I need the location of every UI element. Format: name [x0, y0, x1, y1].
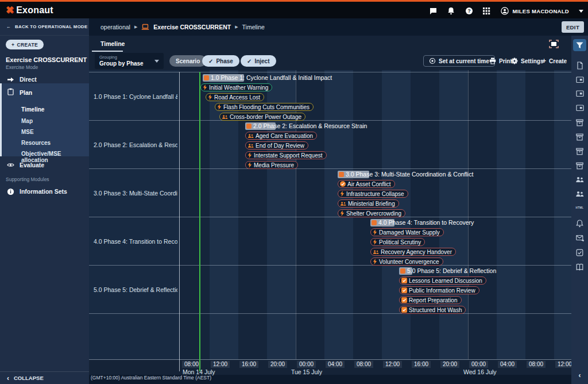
- inject-pill[interactable]: Structured Hot Wash: [399, 306, 466, 314]
- people-gray-icon[interactable]: [571, 187, 588, 200]
- inject-pill[interactable]: Aged Care Evacuation: [245, 132, 317, 140]
- inject-pill[interactable]: Lessons Learned Discussion: [399, 277, 486, 285]
- exonaut-logo[interactable]: ✖ Exonaut: [6, 5, 53, 16]
- breadcrumb-operational[interactable]: operational: [100, 24, 130, 30]
- sidebar-item-evaluate[interactable]: Evaluate: [0, 159, 89, 171]
- inject-label: Flash Flooding Cuts Communities: [223, 104, 310, 110]
- user-menu[interactable]: MILES MACDONALD: [501, 7, 569, 15]
- filter-chip-phase[interactable]: ✓ Phase: [202, 55, 239, 67]
- help-icon[interactable]: ?: [465, 7, 473, 15]
- axis-tick-label: 20:00: [268, 361, 287, 368]
- check-square-icon: [401, 287, 407, 293]
- back-to-operational-mode[interactable]: ← BACK TO OPERATIONAL MODE: [0, 18, 89, 36]
- breadcrumb-timeline[interactable]: Timeline: [242, 24, 265, 30]
- lightning-icon: [247, 162, 252, 168]
- breadcrumb-bar: operational ▶ Exercise CROSSCURRENT ▶ Ti…: [89, 18, 588, 36]
- rail-collapse-icon[interactable]: ‹: [571, 371, 588, 379]
- document-icon[interactable]: [571, 59, 588, 72]
- phase-label-column: [89, 70, 179, 359]
- inject-pill[interactable]: End of Day Review: [245, 141, 308, 149]
- people-icon: [373, 249, 379, 255]
- check-square-icon: [401, 278, 407, 283]
- panel-icon[interactable]: [571, 101, 588, 114]
- user-menu-caret-icon[interactable]: [579, 10, 583, 13]
- inject-pill[interactable]: Infrastructure Collapse: [338, 190, 408, 198]
- inject-pill[interactable]: Road Access Lost: [206, 93, 264, 101]
- sidebar-item-resources[interactable]: Resources: [21, 140, 51, 146]
- inject-pill[interactable]: Political Scrutiny: [370, 238, 425, 246]
- inject-label: Road Access Lost: [214, 94, 260, 101]
- axis-tick-label: 00:00: [469, 361, 488, 368]
- grouping-select[interactable]: Grouping Group by Phase: [95, 53, 164, 69]
- inject-label: Structured Hot Wash: [409, 307, 462, 313]
- archive-icon[interactable]: [571, 159, 588, 172]
- direct-arrow-icon: [7, 76, 14, 83]
- sidebar-item-timeline[interactable]: Timeline: [21, 106, 44, 113]
- inject-pill[interactable]: Report Preparation: [399, 296, 462, 304]
- lightning-icon: [247, 152, 252, 158]
- axis-tick-label: 04:00: [498, 361, 517, 368]
- axis-tick-label: 04:00: [326, 361, 345, 368]
- left-sidebar: ← BACK TO OPERATIONAL MODE + CREATE Exer…: [0, 18, 89, 384]
- clipboard-icon: [7, 88, 14, 97]
- people-gray-icon[interactable]: [571, 173, 588, 186]
- create-button[interactable]: + CREATE: [6, 40, 44, 49]
- inject-pill[interactable]: Air Asset Conflict: [338, 180, 395, 188]
- sidebar-item-information-sets[interactable]: Information Sets: [0, 185, 89, 198]
- book-icon[interactable]: [571, 260, 588, 273]
- inject-pill[interactable]: Volunteer Convergence: [370, 258, 443, 266]
- inject-pill[interactable]: Initial Weather Warning: [200, 83, 272, 91]
- sidebar-item-map[interactable]: Map: [21, 118, 33, 124]
- sidebar-item-mse[interactable]: MSE: [21, 129, 34, 135]
- edit-button[interactable]: EDIT: [562, 21, 584, 33]
- people-icon: [247, 133, 254, 139]
- print-button[interactable]: Print: [489, 55, 512, 67]
- create-inject-button[interactable]: + Create: [542, 55, 567, 67]
- phase-row-label: 3.0 Phase 3: Multi-State Coordination...: [94, 190, 177, 197]
- inject-pill[interactable]: Public Information Review: [399, 286, 479, 294]
- inject-label: Infrastructure Collapse: [346, 191, 404, 197]
- task-icon[interactable]: [571, 246, 588, 259]
- panel-icon[interactable]: [571, 73, 588, 86]
- breadcrumb-exercise[interactable]: Exercise CROSSCURRENT: [153, 24, 231, 30]
- inject-pill[interactable]: Shelter Overcrowding: [338, 209, 405, 217]
- filter-chip-inject[interactable]: ✓ Inject: [241, 55, 276, 67]
- bell-outline-icon[interactable]: [571, 217, 588, 230]
- mail-icon[interactable]: [571, 232, 588, 244]
- settings-button[interactable]: Settings: [511, 55, 543, 67]
- panel-icon[interactable]: [571, 87, 588, 99]
- phase-marker-icon: [400, 268, 405, 274]
- inject-pill[interactable]: Ministerial Briefing: [338, 199, 399, 208]
- row-divider: [89, 313, 571, 314]
- inject-label: Cross-border Power Outage: [230, 114, 301, 120]
- filter-chip-scenario[interactable]: Scenario: [169, 55, 206, 67]
- user-name: MILES MACDONALD: [513, 8, 569, 14]
- sidebar-item-plan[interactable]: Plan: [2, 83, 89, 97]
- archive-icon[interactable]: [571, 145, 588, 158]
- chat-icon[interactable]: [430, 7, 438, 15]
- inject-pill[interactable]: Damaged Water Supply: [370, 228, 444, 236]
- axis-tick-label: 20:00: [440, 361, 459, 368]
- apps-grid-icon[interactable]: [483, 7, 491, 15]
- tab-timeline[interactable]: Timeline: [100, 40, 125, 47]
- breadcrumb: operational ▶ Exercise CROSSCURRENT ▶ Ti…: [100, 23, 265, 31]
- inject-pill[interactable]: Recovery Agency Handover: [370, 248, 456, 256]
- inject-pill[interactable]: Cross-border Power Outage: [219, 113, 305, 121]
- notifications-icon[interactable]: [447, 7, 455, 15]
- check-square-icon: [401, 307, 407, 313]
- sidebar-collapse-button[interactable]: ‹ COLLAPSE: [0, 371, 89, 384]
- printer-icon: [489, 57, 496, 64]
- chevron-down-icon: [154, 60, 159, 63]
- html-icon[interactable]: HTML: [571, 201, 588, 214]
- axis-tick-label: 12:00: [211, 361, 230, 368]
- check-icon: ✓: [247, 58, 252, 64]
- axis-tick-label: 08:00: [182, 361, 201, 368]
- set-at-current-time-button[interactable]: Set at current time: [423, 55, 495, 67]
- inject-pill[interactable]: Interstate Support Request: [245, 151, 327, 159]
- inject-pill[interactable]: Flash Flooding Cuts Communities: [215, 103, 314, 111]
- archive-icon[interactable]: [571, 116, 588, 129]
- archive-icon[interactable]: [571, 130, 588, 143]
- fullscreen-icon[interactable]: [549, 40, 559, 51]
- inject-pill[interactable]: Media Pressure: [245, 161, 298, 169]
- filter-icon[interactable]: [573, 39, 586, 51]
